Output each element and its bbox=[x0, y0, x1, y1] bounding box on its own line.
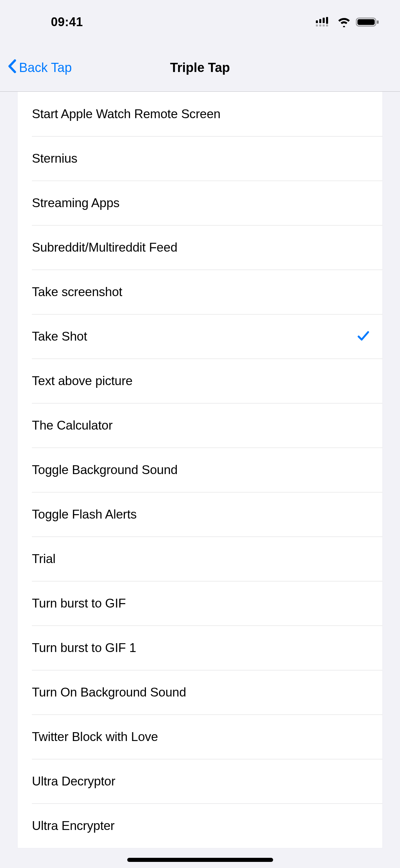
list-item-label: Toggle Flash Alerts bbox=[32, 507, 137, 522]
list-item[interactable]: Streaming Apps bbox=[18, 181, 382, 225]
wifi-icon bbox=[337, 17, 351, 27]
svg-rect-1 bbox=[319, 19, 321, 23]
svg-rect-6 bbox=[323, 24, 325, 26]
list-item[interactable]: Take screenshot bbox=[18, 270, 382, 314]
list-item-label: Start Apple Watch Remote Screen bbox=[32, 107, 221, 121]
list-item[interactable]: Turn On Background Sound bbox=[18, 670, 382, 715]
back-button[interactable]: Back Tap bbox=[0, 59, 79, 76]
list-item[interactable]: Turn burst to GIF 1 bbox=[18, 626, 382, 670]
list-item-label: Turn On Background Sound bbox=[32, 685, 186, 700]
list-item-label: The Calculator bbox=[32, 418, 113, 433]
list-item[interactable]: The Calculator bbox=[18, 403, 382, 448]
svg-rect-3 bbox=[326, 17, 328, 24]
status-bar: 09:41 bbox=[0, 0, 400, 44]
list-item-label: Twitter Block with Love bbox=[32, 730, 158, 744]
list-item[interactable]: Ultra Encrypter bbox=[18, 803, 382, 848]
navigation-bar: Back Tap Triple Tap bbox=[0, 44, 400, 92]
list-item[interactable]: Text above picture bbox=[18, 359, 382, 403]
list-item-label: Ultra Encrypter bbox=[32, 819, 115, 833]
svg-rect-5 bbox=[319, 24, 321, 26]
cellular-icon bbox=[316, 17, 332, 27]
checkmark-icon bbox=[357, 329, 370, 344]
back-label: Back Tap bbox=[19, 60, 72, 75]
status-indicators bbox=[316, 17, 380, 27]
svg-rect-0 bbox=[316, 20, 318, 23]
list-item[interactable]: Turn burst to GIF bbox=[18, 581, 382, 626]
list-item[interactable]: Subreddit/Multireddit Feed bbox=[18, 225, 382, 270]
option-list: Start Apple Watch Remote ScreenSterniusS… bbox=[18, 92, 382, 848]
list-item-label: Text above picture bbox=[32, 374, 133, 388]
list-item[interactable]: Twitter Block with Love bbox=[18, 715, 382, 759]
list-item-label: Ultra Decryptor bbox=[32, 774, 115, 789]
list-item-label: Trial bbox=[32, 552, 56, 566]
svg-rect-9 bbox=[358, 19, 375, 25]
list-item-label: Turn burst to GIF bbox=[32, 596, 126, 611]
list-item-label: Toggle Background Sound bbox=[32, 463, 177, 477]
svg-rect-2 bbox=[323, 18, 325, 23]
list-item[interactable]: Start Apple Watch Remote Screen bbox=[18, 92, 382, 136]
battery-icon bbox=[356, 17, 380, 27]
svg-rect-4 bbox=[316, 24, 318, 26]
list-item-label: Take Shot bbox=[32, 329, 87, 344]
list-item[interactable]: Trial bbox=[18, 537, 382, 581]
list-item-label: Turn burst to GIF 1 bbox=[32, 641, 136, 655]
list-item[interactable]: Take Shot bbox=[18, 314, 382, 359]
status-time: 09:41 bbox=[0, 15, 83, 29]
home-indicator bbox=[127, 858, 273, 862]
chevron-left-icon bbox=[7, 59, 17, 76]
svg-rect-7 bbox=[326, 24, 328, 26]
list-item-label: Take screenshot bbox=[32, 285, 122, 299]
list-item-label: Sternius bbox=[32, 151, 77, 166]
list-item-label: Streaming Apps bbox=[32, 196, 119, 210]
list-item[interactable]: Toggle Flash Alerts bbox=[18, 492, 382, 537]
list-item[interactable]: Ultra Decryptor bbox=[18, 759, 382, 803]
list-item[interactable]: Toggle Background Sound bbox=[18, 448, 382, 492]
list-item-label: Subreddit/Multireddit Feed bbox=[32, 240, 177, 255]
list-container: Start Apple Watch Remote ScreenSterniusS… bbox=[0, 92, 400, 848]
list-item[interactable]: Sternius bbox=[18, 136, 382, 181]
svg-rect-10 bbox=[377, 20, 379, 24]
